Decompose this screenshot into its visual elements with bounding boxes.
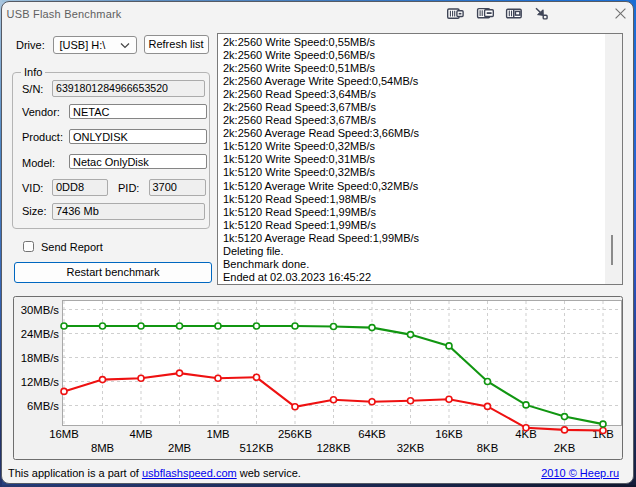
- svg-text:6MB/s: 6MB/s: [27, 400, 59, 412]
- svg-text:16MB: 16MB: [49, 428, 79, 440]
- svg-text:4MB: 4MB: [129, 428, 152, 440]
- svg-text:128KB: 128KB: [317, 442, 351, 454]
- svg-text:256KB: 256KB: [278, 428, 312, 440]
- svg-text:2MB: 2MB: [168, 442, 191, 454]
- svg-text:18MB/s: 18MB/s: [21, 352, 60, 364]
- svg-text:64KB: 64KB: [358, 428, 386, 440]
- svg-text:32KB: 32KB: [397, 442, 425, 454]
- svg-text:24MB/s: 24MB/s: [21, 328, 60, 340]
- svg-text:16KB: 16KB: [435, 428, 463, 440]
- svg-text:30MB/s: 30MB/s: [21, 304, 60, 316]
- svg-text:8KB: 8KB: [477, 442, 498, 454]
- svg-text:2KB: 2KB: [554, 442, 575, 454]
- svg-text:1MB: 1MB: [206, 428, 229, 440]
- svg-text:12MB/s: 12MB/s: [21, 376, 60, 388]
- svg-text:512KB: 512KB: [240, 442, 274, 454]
- svg-text:8MB: 8MB: [91, 442, 114, 454]
